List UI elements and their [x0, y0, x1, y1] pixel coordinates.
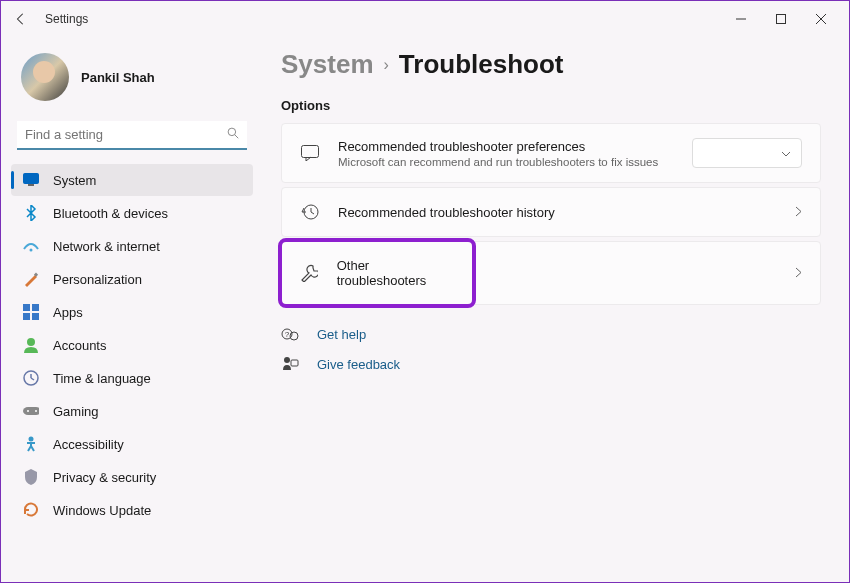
network-icon [23, 238, 39, 254]
nav-privacy[interactable]: Privacy & security [11, 461, 253, 493]
main-content: System › Troubleshoot Options Recommende… [261, 37, 849, 582]
back-button[interactable] [9, 7, 33, 31]
svg-point-8 [30, 249, 33, 252]
chevron-down-icon [781, 147, 791, 159]
nav-label: System [53, 173, 96, 188]
svg-point-21 [29, 437, 34, 442]
nav-update[interactable]: Windows Update [11, 494, 253, 526]
svg-line-5 [235, 135, 238, 138]
update-icon [23, 502, 39, 518]
nav-label: Accounts [53, 338, 106, 353]
breadcrumb: System › Troubleshoot [281, 49, 821, 80]
nav-system[interactable]: System [11, 164, 253, 196]
bluetooth-icon [23, 205, 39, 221]
nav-label: Windows Update [53, 503, 151, 518]
card-other-troubleshooters[interactable]: Other troubleshooters [281, 241, 821, 305]
comment-icon [300, 143, 320, 163]
give-feedback-link[interactable]: Give feedback [281, 355, 821, 373]
svg-rect-10 [23, 304, 30, 311]
avatar [21, 53, 69, 101]
personalization-icon [23, 271, 39, 287]
card-subtitle: Microsoft can recommend and run troubles… [338, 156, 674, 168]
system-icon [23, 172, 39, 188]
nav-label: Personalization [53, 272, 142, 287]
svg-point-29 [284, 357, 290, 363]
link-label: Give feedback [317, 357, 400, 372]
privacy-icon [23, 469, 39, 485]
accessibility-icon [23, 436, 39, 452]
apps-icon [23, 304, 39, 320]
card-recommended-preferences[interactable]: Recommended troubleshooter preferences M… [281, 123, 821, 183]
maximize-button[interactable] [761, 5, 801, 33]
svg-line-25 [311, 212, 314, 214]
nav-label: Bluetooth & devices [53, 206, 168, 221]
nav-list: System Bluetooth & devices Network & int… [11, 164, 253, 526]
link-label: Get help [317, 327, 366, 342]
title-bar: Settings [1, 1, 849, 37]
card-troubleshooter-history[interactable]: Recommended troubleshooter history [281, 187, 821, 237]
get-help-link[interactable]: ? Get help [281, 325, 821, 343]
sidebar: Pankil Shah System Bluetooth & devices N… [1, 37, 261, 582]
nav-label: Gaming [53, 404, 99, 419]
nav-network[interactable]: Network & internet [11, 230, 253, 262]
svg-point-14 [27, 338, 35, 346]
nav-label: Apps [53, 305, 83, 320]
card-title: Recommended troubleshooter history [338, 205, 777, 220]
svg-point-19 [27, 410, 29, 412]
gaming-icon [23, 403, 39, 419]
svg-rect-30 [291, 360, 298, 366]
search-input[interactable] [25, 127, 227, 142]
nav-label: Privacy & security [53, 470, 156, 485]
nav-gaming[interactable]: Gaming [11, 395, 253, 427]
nav-accounts[interactable]: Accounts [11, 329, 253, 361]
help-links: ? Get help Give feedback [281, 325, 821, 373]
wrench-icon [300, 263, 319, 283]
card-title: Other troubleshooters [337, 258, 454, 288]
svg-rect-13 [32, 313, 39, 320]
nav-time[interactable]: Time & language [11, 362, 253, 394]
nav-personalization[interactable]: Personalization [11, 263, 253, 295]
nav-bluetooth[interactable]: Bluetooth & devices [11, 197, 253, 229]
nav-label: Network & internet [53, 239, 160, 254]
svg-text:?: ? [285, 330, 290, 339]
preferences-dropdown[interactable] [692, 138, 802, 168]
page-title: Troubleshoot [399, 49, 564, 80]
history-icon [300, 202, 320, 222]
svg-rect-7 [28, 184, 34, 186]
accounts-icon [23, 337, 39, 353]
user-name: Pankil Shah [81, 70, 155, 85]
svg-rect-1 [777, 15, 786, 24]
chevron-right-icon [795, 267, 802, 280]
svg-point-20 [35, 410, 37, 412]
nav-accessibility[interactable]: Accessibility [11, 428, 253, 460]
nav-label: Time & language [53, 371, 151, 386]
app-title: Settings [45, 12, 88, 26]
close-button[interactable] [801, 5, 841, 33]
help-icon: ? [281, 325, 299, 343]
user-profile[interactable]: Pankil Shah [11, 45, 253, 117]
chevron-right-icon: › [384, 56, 389, 74]
svg-rect-6 [24, 174, 39, 184]
breadcrumb-parent[interactable]: System [281, 49, 374, 80]
minimize-button[interactable] [721, 5, 761, 33]
svg-rect-11 [32, 304, 39, 311]
svg-point-4 [228, 128, 236, 136]
search-icon [227, 127, 239, 142]
section-label: Options [281, 98, 821, 113]
svg-rect-22 [302, 146, 319, 158]
search-box[interactable] [17, 121, 247, 150]
chevron-right-icon [795, 206, 802, 219]
svg-line-17 [31, 378, 34, 380]
nav-label: Accessibility [53, 437, 124, 452]
card-title: Recommended troubleshooter preferences [338, 139, 674, 154]
feedback-icon [281, 355, 299, 373]
nav-apps[interactable]: Apps [11, 296, 253, 328]
svg-rect-12 [23, 313, 30, 320]
time-icon [23, 370, 39, 386]
